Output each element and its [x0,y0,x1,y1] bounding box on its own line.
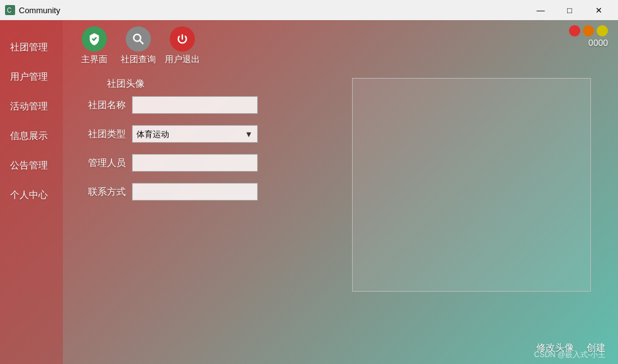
form-row-club-name: 社团名称 [75,96,339,114]
content-area: 0000 主界面 [63,20,618,364]
label-club-type: 社团类型 [75,128,126,140]
toolbar-query[interactable]: 社团查询 [119,26,157,65]
shield-icon [82,26,107,52]
input-contact[interactable] [132,183,258,201]
top-btn-red[interactable] [569,25,580,36]
form-left: 社团头像 社团名称 社团类型 体育运动 文艺表演 学术科研 志愿服务 [75,78,339,292]
sidebar-item-club-management[interactable]: 社团管理 [0,33,63,62]
toolbar-main[interactable]: 主界面 [75,26,113,65]
sidebar-item-user-management[interactable]: 用户管理 [0,62,63,92]
toolbar-logout-label: 用户退出 [165,54,200,65]
watermark: CSDN @嵌入式-小王 [534,350,605,360]
select-wrapper-club-type: 体育运动 文艺表演 学术科研 志愿服务 其他 ▼ [132,125,258,143]
select-club-type[interactable]: 体育运动 文艺表演 学术科研 志愿服务 其他 [132,125,258,143]
form-row-contact: 联系方式 [75,183,339,201]
top-right-icons [569,25,608,36]
close-button[interactable]: ✕ [584,0,613,20]
minimize-button[interactable]: — [526,0,555,20]
form-row-club-type: 社团类型 体育运动 文艺表演 学术科研 志愿服务 其他 ▼ [75,125,339,143]
toolbar: 主界面 社团查询 用 [75,26,605,72]
window-controls: — □ ✕ [526,0,613,20]
svg-text:C: C [7,7,11,14]
input-club-name[interactable] [132,96,258,114]
toolbar-query-label: 社团查询 [121,54,156,65]
user-id: 0000 [588,38,608,48]
toolbar-main-label: 主界面 [81,54,108,65]
top-btn-orange[interactable] [583,25,594,36]
sidebar-item-info-display[interactable]: 信息展示 [0,121,63,151]
top-btn-yellow[interactable] [597,25,608,36]
main-area: 社团管理 用户管理 活动管理 信息展示 公告管理 个人中心 0000 [0,20,618,364]
avatar-label: 社团头像 [107,78,339,90]
app-icon: C [5,5,15,15]
sidebar-item-announcement-management[interactable]: 公告管理 [0,151,63,180]
svg-line-3 [140,40,143,43]
sidebar: 社团管理 用户管理 活动管理 信息展示 公告管理 个人中心 [0,20,63,364]
label-contact: 联系方式 [75,186,126,198]
input-manager[interactable] [132,154,258,172]
window-title: Community [19,6,526,15]
maximize-button[interactable]: □ [555,0,584,20]
search-icon [126,26,151,52]
form-row-manager: 管理人员 [75,154,339,172]
label-club-name: 社团名称 [75,99,126,111]
top-right-panel: 0000 [569,25,608,48]
form-area: 社团头像 社团名称 社团类型 体育运动 文艺表演 学术科研 志愿服务 [75,78,605,292]
club-avatar-image-box [352,78,591,292]
title-bar: C Community — □ ✕ [0,0,618,20]
sidebar-item-personal-center[interactable]: 个人中心 [0,180,63,210]
label-manager: 管理人员 [75,157,126,169]
power-icon [170,26,195,52]
toolbar-logout[interactable]: 用户退出 [163,26,201,65]
sidebar-item-activity-management[interactable]: 活动管理 [0,92,63,121]
